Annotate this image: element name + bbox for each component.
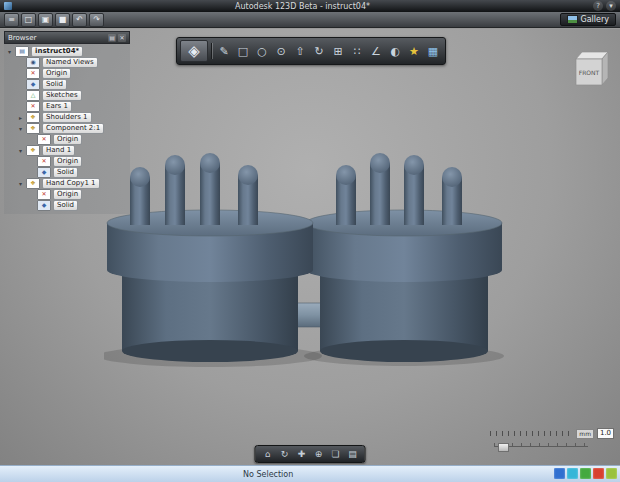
tree-item-label[interactable]: Named Views	[42, 57, 98, 68]
slider-handle[interactable]	[498, 443, 509, 452]
pan-icon[interactable]: ✚	[294, 447, 310, 461]
box-primitive-icon[interactable]: □	[234, 42, 252, 60]
tray-icon-red[interactable]	[593, 468, 604, 479]
tree-item-origin[interactable]: ✕Origin	[4, 156, 130, 167]
tree-item-label[interactable]: Component 2:1	[42, 123, 104, 134]
tree-item-label[interactable]: Sketches	[42, 90, 82, 101]
expander-icon[interactable]: ▾	[17, 123, 24, 134]
tree-item-label[interactable]: Solid	[53, 167, 78, 178]
expander-icon[interactable]: ▾	[6, 46, 13, 57]
tree-item-label[interactable]: Hand 1	[42, 145, 75, 156]
expander-icon[interactable]: ▾	[17, 178, 24, 189]
fit-view-icon[interactable]: ❏	[328, 447, 344, 461]
menubar: ≡□▣■↶↷ Gallery	[0, 12, 620, 28]
tree-item-label[interactable]: Origin	[42, 68, 71, 79]
tree-item-solid[interactable]: ◆Solid	[4, 167, 130, 178]
left-hub	[107, 153, 313, 362]
tray-icon-lime[interactable]	[606, 468, 617, 479]
combine-tool-icon[interactable]: ⊞	[329, 42, 347, 60]
home-view-icon[interactable]: ⌂	[260, 447, 276, 461]
component-icon[interactable]: ❖	[26, 112, 40, 123]
tree-item-origin[interactable]: ✕Origin	[4, 68, 130, 79]
tree-item-solid[interactable]: ◆Solid	[4, 200, 130, 211]
main-toolbar: ◈✎□○⊙⇧↻⊞∷∠◐★▦	[176, 37, 446, 65]
component-icon[interactable]: ❖	[26, 123, 40, 134]
component-icon[interactable]: ❖	[26, 178, 40, 189]
tray-icon-green[interactable]	[580, 468, 591, 479]
gallery-icon	[567, 15, 578, 24]
tree-item-label[interactable]: Shoulders 1	[42, 112, 92, 123]
orbit-icon[interactable]: ↻	[277, 447, 293, 461]
pattern-tool-icon[interactable]: ∷	[348, 42, 366, 60]
gallery-button[interactable]: Gallery	[560, 13, 617, 26]
model-two-hubs[interactable]	[104, 151, 509, 376]
zoom-icon[interactable]: ⊕	[311, 447, 327, 461]
solid-icon[interactable]: ◆	[26, 79, 40, 90]
tree-item-shoulders-1[interactable]: ▸❖Shoulders 1	[4, 112, 130, 123]
undo-icon[interactable]: ↶	[72, 13, 87, 27]
origin-icon[interactable]: ✕	[37, 156, 51, 167]
tree-item-named-views[interactable]: ◉Named Views	[4, 57, 130, 68]
sketch-tool-icon[interactable]: ✎	[215, 42, 233, 60]
tree-item-label[interactable]: Origin	[53, 134, 82, 145]
measure-tool-icon[interactable]: ∠	[367, 42, 385, 60]
window-menu-icon[interactable]: ▾	[606, 1, 616, 11]
tree-item-label[interactable]: Ears 1	[42, 101, 72, 112]
tray-icon-blue[interactable]	[554, 468, 565, 479]
tree-item-hand-1[interactable]: ▾❖Hand 1	[4, 145, 130, 156]
help-icon[interactable]: ?	[593, 1, 603, 11]
tree-item-label[interactable]: Origin	[53, 156, 82, 167]
tree-item-label[interactable]: Solid	[42, 79, 67, 90]
cylinder-primitive-icon[interactable]: ⊙	[272, 42, 290, 60]
save-file-icon[interactable]: ■	[55, 13, 70, 27]
app-menu-icon[interactable]: ≡	[4, 13, 19, 27]
tree-item-origin[interactable]: ✕Origin	[4, 189, 130, 200]
material-tool-icon[interactable]: ◐	[386, 42, 404, 60]
tree-item-sketches[interactable]: △Sketches	[4, 90, 130, 101]
right-hub	[306, 153, 502, 362]
panel-options-icon[interactable]: ▤	[108, 34, 116, 42]
panel-close-icon[interactable]: ✕	[118, 34, 126, 42]
tree-item-label[interactable]: Solid	[53, 200, 78, 211]
origin-icon[interactable]: ✕	[26, 68, 40, 79]
sphere-primitive-icon[interactable]: ○	[253, 42, 271, 60]
render-tool-icon[interactable]: ▦	[424, 42, 442, 60]
favorites-tool-icon[interactable]: ★	[405, 42, 423, 60]
primitives-menu-icon[interactable]: ◈	[180, 40, 208, 62]
tree-item-label[interactable]: Origin	[53, 189, 82, 200]
system-tray	[554, 468, 617, 479]
zoom-slider[interactable]	[490, 442, 614, 450]
camera-icon[interactable]: ◉	[26, 57, 40, 68]
revolve-tool-icon[interactable]: ↻	[310, 42, 328, 60]
browser-header[interactable]: Browser ▤✕	[4, 31, 130, 44]
sketch-icon[interactable]: △	[26, 90, 40, 101]
solid-icon[interactable]: ◆	[37, 200, 51, 211]
tree-item-ears-1[interactable]: ✕Ears 1	[4, 101, 130, 112]
origin-icon[interactable]: ✕	[26, 101, 40, 112]
origin-icon[interactable]: ✕	[37, 134, 51, 145]
extrude-tool-icon[interactable]: ⇧	[291, 42, 309, 60]
tree-item-solid[interactable]: ◆Solid	[4, 79, 130, 90]
origin-icon[interactable]: ✕	[37, 189, 51, 200]
component-icon[interactable]: ❖	[26, 145, 40, 156]
scale-value[interactable]: 1.0	[597, 428, 614, 439]
display-settings-icon[interactable]: ▤	[345, 447, 361, 461]
redo-icon[interactable]: ↷	[89, 13, 104, 27]
tree-item-label[interactable]: instruct04*	[31, 46, 83, 57]
menubar-icons: ≡□▣■↶↷	[4, 13, 104, 27]
tree-item-instruct04-[interactable]: ▾▤instruct04*	[4, 46, 130, 57]
tree-item-hand-copy1-1[interactable]: ▾❖Hand Copy1 1	[4, 178, 130, 189]
solid-icon[interactable]: ◆	[37, 167, 51, 178]
document-icon[interactable]: ▤	[15, 46, 29, 57]
tree-item-label[interactable]: Hand Copy1 1	[42, 178, 100, 189]
viewport[interactable]: Browser ▤✕ ▾▤instruct04*◉Named Views✕Ori…	[0, 29, 620, 466]
new-file-icon[interactable]: □	[21, 13, 36, 27]
toolbar-separator	[211, 43, 212, 59]
expander-icon[interactable]: ▸	[17, 112, 24, 123]
expander-icon[interactable]: ▾	[17, 145, 24, 156]
tray-icon-cyan[interactable]	[567, 468, 578, 479]
open-file-icon[interactable]: ▣	[38, 13, 53, 27]
tree-item-origin[interactable]: ✕Origin	[4, 134, 130, 145]
tree-item-component-2-1[interactable]: ▾❖Component 2:1	[4, 123, 130, 134]
viewcube[interactable]: FRONT	[570, 47, 610, 91]
